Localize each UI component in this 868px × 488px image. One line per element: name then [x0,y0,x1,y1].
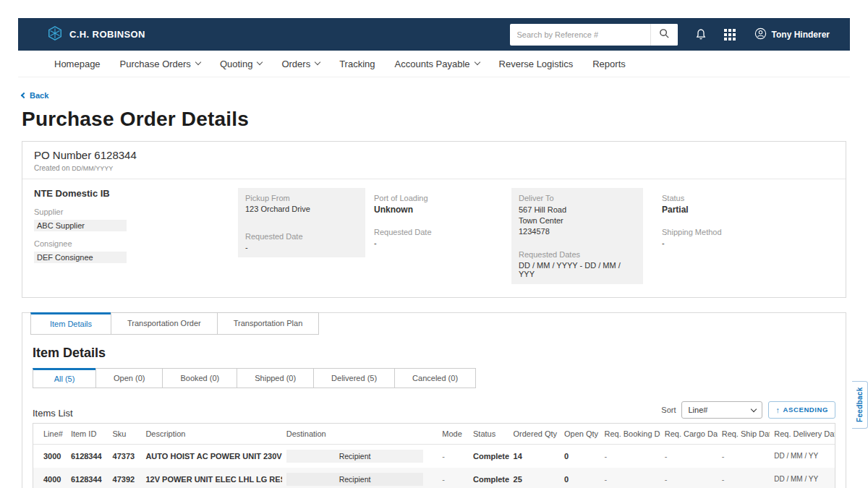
search-box [510,24,678,46]
notifications-bell-icon[interactable] [695,28,707,40]
pickup-from-column: Pickup From 123 Orchard Drive Requested … [238,188,365,257]
tab-transportation-plan[interactable]: Transportation Plan [217,312,320,335]
cell-ordered-qty: 25 [509,468,560,488]
nav-item-tracking[interactable]: Tracking [339,59,375,69]
po-created: Created on DD/MM/YYYY [34,164,834,172]
column-header-open-qty: Open Qty [560,424,600,445]
cell-mode: - [438,468,469,488]
supplier-label: Supplier [34,207,238,216]
nav-item-purchase-orders[interactable]: Purchase Orders [120,59,200,69]
po-card-header: PO Number 6128344 Created on DD/MM/YYYY [22,142,846,179]
search-icon [659,28,670,41]
po-created-label: Created on [34,164,69,172]
cell-open-qty: 0 [560,468,600,488]
back-link[interactable]: Back [22,91,48,100]
filter-tab-canceled-0[interactable]: Canceled (0) [394,368,476,388]
page-title: Purchase Order Details [22,108,846,131]
brand-logo-icon [47,25,63,44]
chevron-down-icon [474,59,480,65]
column-header-req-ship-date: Req. Ship Date [718,424,770,445]
top-navbar: C.H. ROBINSON Tony Hinderer [18,18,850,51]
nav-item-label: Tracking [339,59,375,69]
cell-ordered-qty: 14 [509,444,560,468]
cell-destination: Recipient [282,444,438,468]
supplier-value: ABC Supplier [34,220,127,231]
nav-item-reverse-logistics[interactable]: Reverse Logistics [499,59,574,69]
port-of-loading-value: Unknown [374,205,503,215]
nav-item-homepage[interactable]: Homepage [54,59,101,69]
search-button[interactable] [650,24,678,46]
cell-mode: - [438,444,469,468]
chevron-down-icon [751,406,757,411]
nav-item-reports[interactable]: Reports [592,59,626,69]
nav-item-orders[interactable]: Orders [281,59,320,69]
po-parties-column: NTE Domestic IB Supplier ABC Supplier Co… [34,188,238,271]
items-list-header: Items List Sort Line# ↑ ASCENDING [33,401,835,419]
cell-req-cargo-date: - [660,468,718,488]
nav-item-quoting[interactable]: Quoting [220,59,263,69]
cell-line: 3000 [33,444,67,468]
nav-item-accounts-payable[interactable]: Accounts Payable [395,59,480,69]
cell-open-qty: 0 [560,444,600,468]
deliver-to-address: 567 Hill Road Town Center 1234578 [519,205,636,237]
user-avatar-icon [754,27,767,42]
user-menu[interactable]: Tony Hinderer [754,27,830,42]
column-header-req-delivery-date: Req. Delivery Date [770,424,835,445]
po-type: NTE Domestic IB [34,188,238,199]
column-header-description: Description [141,424,281,445]
cell-status: Complete [469,444,509,468]
shipping-method-label: Shipping Method [662,228,834,236]
column-header-req-booking-date: Req. Booking Date [600,424,660,445]
filter-tab-shipped-0[interactable]: Shipped (0) [237,368,314,388]
po-summary-card: PO Number 6128344 Created on DD/MM/YYYY … [22,141,846,298]
column-header-status: Status [469,424,509,445]
column-header-item-id: Item ID [67,424,109,445]
deliver-requested-dates-label: Requested Dates [519,250,636,259]
pickup-from-label: Pickup From [245,194,358,202]
cell-req-ship-date: - [718,468,770,488]
filter-tab-delivered-5[interactable]: Delivered (5) [313,368,395,388]
filter-tab-open-0[interactable]: Open (0) [95,368,163,388]
status-filter-tabs: All (5)Open (0)Booked (0)Shipped (0)Deli… [33,368,835,388]
tab-item-details[interactable]: Item Details [30,312,111,335]
port-of-loading-column: Port of Loading Unknown Requested Date - [374,188,503,247]
nav-item-label: Accounts Payable [395,59,470,69]
details-tab-card: Item DetailsTransportation OrderTranspor… [22,312,846,488]
cell-description: AUTO HOIST AC POWER UNIT 230V [141,444,281,468]
brand[interactable]: C.H. ROBINSON [47,25,145,44]
consignee-label: Consignee [34,239,238,248]
sort-label: Sort [661,406,676,414]
po-detail-columns: NTE Domestic IB Supplier ABC Supplier Co… [22,179,846,297]
po-number: PO Number 6128344 [34,149,834,161]
tab-transportation-order[interactable]: Transportation Order [111,312,218,335]
chevron-down-icon [257,59,263,65]
sort-select[interactable]: Line# [681,401,762,419]
cell-status: Complete [469,468,509,488]
apps-grid-icon[interactable] [724,29,736,40]
column-header-ordered-qty: Ordered Qty [509,424,560,445]
column-header-mode: Mode [438,424,469,445]
cell-req-delivery-date: DD / MM / YY [770,444,835,468]
pickup-from-address: 123 Orchard Drive [245,205,358,213]
cell-destination: Recipient [282,468,438,488]
item-details-heading: Item Details [33,346,835,361]
cell-req-delivery-date: DD / MM / YY [770,468,835,488]
filter-tab-booked-0[interactable]: Booked (0) [162,368,237,388]
cell-req-cargo-date: - [660,444,718,468]
search-input[interactable] [510,30,650,39]
feedback-button[interactable]: Feedback [852,381,868,429]
destination-chip: Recipient [286,473,424,486]
filter-tab-all-5[interactable]: All (5) [33,368,96,388]
sort-direction-button[interactable]: ↑ ASCENDING [768,401,835,419]
items-table: Line#Item IDSkuDescriptionDestinationMod… [33,424,835,488]
nav-item-label: Purchase Orders [120,59,191,69]
port-requested-date-value: - [374,239,503,247]
brand-name: C.H. ROBINSON [69,29,145,40]
column-header-destination: Destination [282,424,438,445]
cell-req-booking-date: - [600,444,660,468]
nav-item-label: Reports [592,59,626,69]
status-value: Partial [662,205,834,215]
nav-item-label: Homepage [54,59,101,69]
column-header-line: Line# [33,424,67,445]
item-details-panel: Item Details All (5)Open (0)Booked (0)Sh… [22,346,846,488]
